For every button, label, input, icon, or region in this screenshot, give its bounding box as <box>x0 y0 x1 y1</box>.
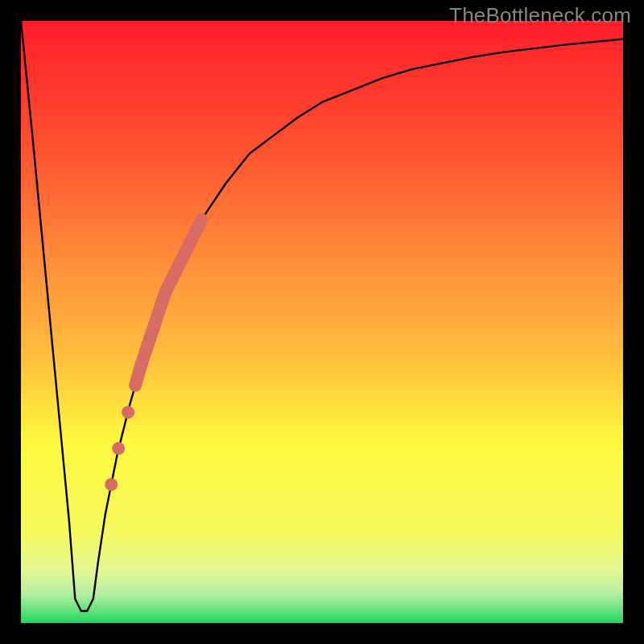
highlight-dot <box>105 478 118 491</box>
gradient-background <box>21 21 623 623</box>
highlight-dot <box>122 406 134 419</box>
watermark-text: TheBottleneck.com <box>449 3 631 28</box>
highlight-dot <box>112 442 125 455</box>
chart-frame: TheBottleneck.com <box>0 0 644 644</box>
chart-plot <box>21 21 623 623</box>
